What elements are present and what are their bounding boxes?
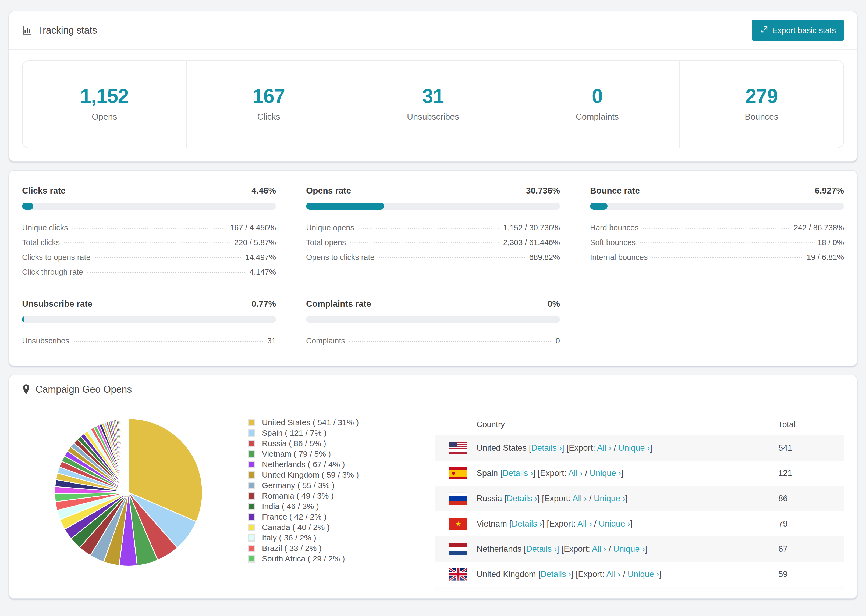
stat-value: 0	[520, 85, 675, 107]
rate-progress-track	[306, 316, 560, 323]
rate-progress-fill	[22, 203, 33, 210]
export-all-link[interactable]: All ›	[581, 595, 595, 598]
geo-table-body: United States [Details ›] [Export: All ›…	[435, 435, 844, 598]
country-column-header: Country	[477, 420, 505, 429]
dotted-leader	[64, 242, 230, 244]
legend-label: United Kingdom ( 59 / 3% )	[262, 470, 359, 479]
bracket: /	[596, 595, 603, 598]
legend-item-south-africa[interactable]: South Africa ( 29 / 2% )	[248, 553, 435, 564]
legend-swatch	[248, 482, 255, 489]
export-unique-link[interactable]: Unique ›	[589, 468, 621, 478]
bracket: ]	[645, 544, 647, 554]
legend-swatch	[248, 555, 255, 563]
dotted-leader	[359, 228, 499, 229]
stat-unsubscribes: 31Unsubscribes	[351, 61, 515, 148]
legend-item-canada[interactable]: Canada ( 40 / 2% )	[248, 522, 435, 533]
rate-detail-row: Clicks to opens rate14.497%	[22, 250, 276, 265]
export-unique-link[interactable]: Unique ›	[618, 443, 650, 453]
export-all-link[interactable]: All ›	[578, 519, 592, 528]
bracket: ] [Export:	[562, 443, 597, 453]
rate-title: Opens rate	[306, 186, 351, 196]
rate-title: Clicks rate	[22, 186, 66, 196]
bracket: /	[621, 569, 628, 579]
legend-label: Germany ( 55 / 3% )	[262, 481, 335, 490]
legend-item-romania[interactable]: Romania ( 49 / 3% )	[248, 490, 435, 501]
rate-detail-row: Soft bounces18 / 0%	[590, 235, 844, 250]
bracket: ] [Export:	[533, 468, 568, 478]
rate-detail-value: 689.82%	[529, 253, 560, 262]
bracket: /	[611, 443, 618, 453]
legend-swatch	[248, 534, 255, 542]
export-all-link[interactable]: All ›	[606, 569, 620, 579]
rate-detail-row: Unsubscribes31	[22, 333, 276, 348]
export-icon	[760, 25, 768, 35]
total-cell: 541	[778, 443, 838, 453]
bracket: ]	[630, 519, 633, 528]
export-all-link[interactable]: All ›	[597, 443, 611, 453]
bracket: ]	[650, 443, 652, 453]
bracket: ] [Export:	[537, 494, 573, 503]
legend-item-united-kingdom[interactable]: United Kingdom ( 59 / 3% )	[248, 470, 435, 480]
export-all-link[interactable]: All ›	[568, 468, 583, 478]
rate-detail-row: Unique opens1,152 / 30.736%	[306, 220, 560, 235]
details-link[interactable]: Details ›	[540, 569, 571, 579]
rate-title: Unsubscribe rate	[22, 299, 92, 309]
rate-header: Bounce rate6.927%	[590, 186, 844, 196]
details-link[interactable]: Details ›	[503, 468, 533, 478]
nl-flag-icon	[449, 543, 468, 555]
export-unique-link[interactable]: Unique ›	[594, 494, 625, 503]
rate-detail-value: 4.147%	[250, 268, 276, 277]
rate-header: Unsubscribe rate0.77%	[22, 299, 276, 309]
export-unique-link[interactable]: Unique ›	[628, 569, 659, 579]
rate-progress-fill	[22, 316, 24, 323]
details-link[interactable]: Details ›	[512, 519, 542, 528]
legend-item-spain[interactable]: Spain ( 121 / 7% )	[248, 427, 435, 438]
export-all-link[interactable]: All ›	[592, 544, 606, 554]
legend-item-italy[interactable]: Italy ( 36 / 2% )	[248, 533, 435, 543]
details-link[interactable]: Details ›	[516, 595, 546, 598]
rate-detail-value: 220 / 5.87%	[234, 238, 276, 247]
country-name: Russia	[477, 494, 504, 503]
export-unique-link[interactable]: Unique ›	[613, 544, 645, 554]
export-unique-link[interactable]: Unique ›	[603, 595, 634, 598]
legend-swatch	[248, 419, 255, 426]
table-row-germany: Germany [Details ›] [Export: All › / Uni…	[435, 587, 844, 598]
table-row-united-kingdom: United Kingdom [Details ›] [Export: All …	[435, 562, 844, 587]
legend-item-netherlands[interactable]: Netherlands ( 67 / 4% )	[248, 459, 435, 470]
rate-detail-label: Clicks to opens rate	[22, 253, 91, 262]
details-link[interactable]: Details ›	[507, 494, 537, 503]
legend-swatch	[248, 471, 255, 479]
legend-label: Netherlands ( 67 / 4% )	[262, 460, 345, 469]
rate-detail-rows: Unique clicks167 / 4.456%Total clicks220…	[22, 220, 276, 280]
rates-grid: Clicks rate4.46%Unique clicks167 / 4.456…	[9, 171, 857, 366]
rate-progress-track	[590, 203, 844, 210]
bracket: /	[583, 468, 590, 478]
stat-label: Bounces	[684, 112, 839, 122]
legend-item-vietnam[interactable]: Vietnam ( 79 / 5% )	[248, 449, 435, 459]
legend-item-germany[interactable]: Germany ( 55 / 3% )	[248, 480, 435, 490]
pie-slice-other-61[interactable]	[128, 419, 129, 492]
legend-item-brazil[interactable]: Brazil ( 33 / 2% )	[248, 543, 435, 553]
country-name: Netherlands	[477, 544, 524, 554]
rate-percent-value: 6.927%	[815, 186, 844, 196]
rate-block-bounce-rate: Bounce rate6.927%Hard bounces242 / 86.73…	[590, 186, 844, 280]
rate-percent-value: 0.77%	[252, 299, 276, 309]
details-link[interactable]: Details ›	[531, 443, 562, 453]
stats-summary-row: 1,152Opens167Clicks31Unsubscribes0Compla…	[22, 60, 844, 148]
country-cell: United States [Details ›] [Export: All ›…	[477, 443, 652, 453]
geo-opens-card: Campaign Geo Opens United States ( 541 /…	[9, 375, 857, 599]
rate-detail-row: Opens to clicks rate689.82%	[306, 250, 560, 265]
stat-bounces: 279Bounces	[679, 61, 843, 148]
export-basic-stats-button[interactable]: Export basic stats	[752, 20, 844, 41]
stat-clicks: 167Clicks	[186, 61, 351, 148]
rate-detail-label: Internal bounces	[590, 253, 648, 262]
legend-item-france[interactable]: France ( 42 / 2% )	[248, 511, 435, 522]
export-all-link[interactable]: All ›	[573, 494, 587, 503]
us-flag-icon	[449, 442, 468, 454]
legend-item-india[interactable]: India ( 46 / 3% )	[248, 501, 435, 511]
geo-opens-title: Campaign Geo Opens	[22, 384, 132, 395]
export-unique-link[interactable]: Unique ›	[599, 519, 630, 528]
details-link[interactable]: Details ›	[526, 544, 557, 554]
legend-item-russia[interactable]: Russia ( 86 / 5% )	[248, 438, 435, 449]
legend-item-united-states[interactable]: United States ( 541 / 31% )	[248, 417, 435, 427]
